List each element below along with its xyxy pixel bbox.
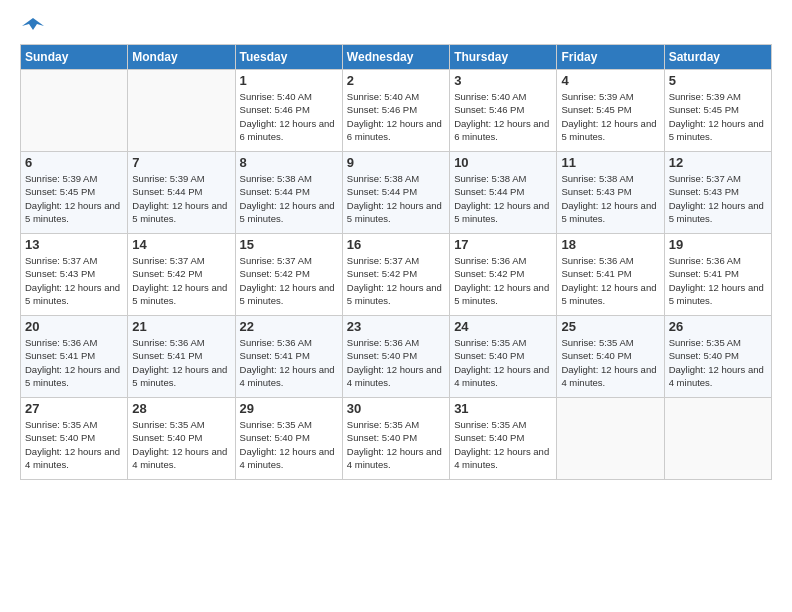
sunset-text: Sunset: 5:40 PM <box>454 432 524 443</box>
daylight-text: Daylight: 12 hours and 4 minutes. <box>347 364 442 388</box>
sunrise-text: Sunrise: 5:39 AM <box>25 173 97 184</box>
sunrise-text: Sunrise: 5:36 AM <box>561 255 633 266</box>
calendar-cell <box>557 398 664 480</box>
sunrise-text: Sunrise: 5:35 AM <box>132 419 204 430</box>
day-detail: Sunrise: 5:36 AM Sunset: 5:40 PM Dayligh… <box>347 336 445 389</box>
sunset-text: Sunset: 5:44 PM <box>347 186 417 197</box>
sunrise-text: Sunrise: 5:40 AM <box>454 91 526 102</box>
daylight-text: Daylight: 12 hours and 5 minutes. <box>347 282 442 306</box>
day-number: 3 <box>454 73 552 88</box>
day-number: 23 <box>347 319 445 334</box>
sunset-text: Sunset: 5:41 PM <box>25 350 95 361</box>
sunset-text: Sunset: 5:44 PM <box>132 186 202 197</box>
sunset-text: Sunset: 5:43 PM <box>561 186 631 197</box>
day-number: 27 <box>25 401 123 416</box>
sunrise-text: Sunrise: 5:35 AM <box>454 337 526 348</box>
calendar-cell: 21 Sunrise: 5:36 AM Sunset: 5:41 PM Dayl… <box>128 316 235 398</box>
sunrise-text: Sunrise: 5:37 AM <box>25 255 97 266</box>
daylight-text: Daylight: 12 hours and 5 minutes. <box>25 282 120 306</box>
sunset-text: Sunset: 5:41 PM <box>240 350 310 361</box>
daylight-text: Daylight: 12 hours and 4 minutes. <box>347 446 442 470</box>
sunset-text: Sunset: 5:43 PM <box>669 186 739 197</box>
sunrise-text: Sunrise: 5:35 AM <box>561 337 633 348</box>
day-number: 4 <box>561 73 659 88</box>
day-number: 24 <box>454 319 552 334</box>
day-detail: Sunrise: 5:36 AM Sunset: 5:41 PM Dayligh… <box>132 336 230 389</box>
day-number: 6 <box>25 155 123 170</box>
calendar-cell: 19 Sunrise: 5:36 AM Sunset: 5:41 PM Dayl… <box>664 234 771 316</box>
day-detail: Sunrise: 5:40 AM Sunset: 5:46 PM Dayligh… <box>454 90 552 143</box>
day-detail: Sunrise: 5:35 AM Sunset: 5:40 PM Dayligh… <box>132 418 230 471</box>
sunset-text: Sunset: 5:42 PM <box>347 268 417 279</box>
calendar-cell: 13 Sunrise: 5:37 AM Sunset: 5:43 PM Dayl… <box>21 234 128 316</box>
daylight-text: Daylight: 12 hours and 5 minutes. <box>454 282 549 306</box>
daylight-text: Daylight: 12 hours and 5 minutes. <box>561 282 656 306</box>
calendar-cell: 8 Sunrise: 5:38 AM Sunset: 5:44 PM Dayli… <box>235 152 342 234</box>
calendar-week-row: 6 Sunrise: 5:39 AM Sunset: 5:45 PM Dayli… <box>21 152 772 234</box>
daylight-text: Daylight: 12 hours and 6 minutes. <box>240 118 335 142</box>
col-wednesday: Wednesday <box>342 45 449 70</box>
calendar-cell <box>128 70 235 152</box>
day-number: 14 <box>132 237 230 252</box>
daylight-text: Daylight: 12 hours and 5 minutes. <box>347 200 442 224</box>
sunrise-text: Sunrise: 5:40 AM <box>240 91 312 102</box>
day-number: 9 <box>347 155 445 170</box>
day-detail: Sunrise: 5:37 AM Sunset: 5:42 PM Dayligh… <box>132 254 230 307</box>
col-tuesday: Tuesday <box>235 45 342 70</box>
calendar-cell: 15 Sunrise: 5:37 AM Sunset: 5:42 PM Dayl… <box>235 234 342 316</box>
day-detail: Sunrise: 5:35 AM Sunset: 5:40 PM Dayligh… <box>240 418 338 471</box>
day-detail: Sunrise: 5:36 AM Sunset: 5:41 PM Dayligh… <box>25 336 123 389</box>
day-number: 28 <box>132 401 230 416</box>
sunset-text: Sunset: 5:41 PM <box>669 268 739 279</box>
calendar-cell: 28 Sunrise: 5:35 AM Sunset: 5:40 PM Dayl… <box>128 398 235 480</box>
sunset-text: Sunset: 5:40 PM <box>669 350 739 361</box>
calendar-cell: 25 Sunrise: 5:35 AM Sunset: 5:40 PM Dayl… <box>557 316 664 398</box>
daylight-text: Daylight: 12 hours and 6 minutes. <box>347 118 442 142</box>
calendar-week-row: 13 Sunrise: 5:37 AM Sunset: 5:43 PM Dayl… <box>21 234 772 316</box>
daylight-text: Daylight: 12 hours and 5 minutes. <box>669 118 764 142</box>
sunset-text: Sunset: 5:40 PM <box>454 350 524 361</box>
day-detail: Sunrise: 5:38 AM Sunset: 5:44 PM Dayligh… <box>347 172 445 225</box>
day-number: 2 <box>347 73 445 88</box>
day-detail: Sunrise: 5:39 AM Sunset: 5:44 PM Dayligh… <box>132 172 230 225</box>
sunrise-text: Sunrise: 5:36 AM <box>132 337 204 348</box>
calendar-cell: 29 Sunrise: 5:35 AM Sunset: 5:40 PM Dayl… <box>235 398 342 480</box>
calendar-cell: 4 Sunrise: 5:39 AM Sunset: 5:45 PM Dayli… <box>557 70 664 152</box>
sunrise-text: Sunrise: 5:37 AM <box>347 255 419 266</box>
sunrise-text: Sunrise: 5:39 AM <box>669 91 741 102</box>
calendar-cell: 1 Sunrise: 5:40 AM Sunset: 5:46 PM Dayli… <box>235 70 342 152</box>
sunrise-text: Sunrise: 5:36 AM <box>669 255 741 266</box>
day-detail: Sunrise: 5:35 AM Sunset: 5:40 PM Dayligh… <box>25 418 123 471</box>
calendar-cell: 16 Sunrise: 5:37 AM Sunset: 5:42 PM Dayl… <box>342 234 449 316</box>
sunset-text: Sunset: 5:44 PM <box>240 186 310 197</box>
sunset-text: Sunset: 5:41 PM <box>132 350 202 361</box>
day-detail: Sunrise: 5:36 AM Sunset: 5:41 PM Dayligh… <box>561 254 659 307</box>
sunrise-text: Sunrise: 5:36 AM <box>240 337 312 348</box>
sunset-text: Sunset: 5:41 PM <box>561 268 631 279</box>
day-detail: Sunrise: 5:36 AM Sunset: 5:41 PM Dayligh… <box>669 254 767 307</box>
day-number: 21 <box>132 319 230 334</box>
day-detail: Sunrise: 5:39 AM Sunset: 5:45 PM Dayligh… <box>561 90 659 143</box>
logo <box>20 16 44 34</box>
calendar-cell: 11 Sunrise: 5:38 AM Sunset: 5:43 PM Dayl… <box>557 152 664 234</box>
day-number: 8 <box>240 155 338 170</box>
day-number: 13 <box>25 237 123 252</box>
sunrise-text: Sunrise: 5:37 AM <box>669 173 741 184</box>
day-number: 5 <box>669 73 767 88</box>
sunset-text: Sunset: 5:40 PM <box>347 350 417 361</box>
calendar-cell: 17 Sunrise: 5:36 AM Sunset: 5:42 PM Dayl… <box>450 234 557 316</box>
daylight-text: Daylight: 12 hours and 5 minutes. <box>132 364 227 388</box>
sunrise-text: Sunrise: 5:39 AM <box>561 91 633 102</box>
calendar-cell: 26 Sunrise: 5:35 AM Sunset: 5:40 PM Dayl… <box>664 316 771 398</box>
sunset-text: Sunset: 5:42 PM <box>132 268 202 279</box>
calendar-cell: 2 Sunrise: 5:40 AM Sunset: 5:46 PM Dayli… <box>342 70 449 152</box>
day-detail: Sunrise: 5:35 AM Sunset: 5:40 PM Dayligh… <box>669 336 767 389</box>
day-number: 25 <box>561 319 659 334</box>
calendar-cell: 30 Sunrise: 5:35 AM Sunset: 5:40 PM Dayl… <box>342 398 449 480</box>
calendar-cell: 3 Sunrise: 5:40 AM Sunset: 5:46 PM Dayli… <box>450 70 557 152</box>
sunrise-text: Sunrise: 5:36 AM <box>25 337 97 348</box>
sunset-text: Sunset: 5:40 PM <box>347 432 417 443</box>
day-detail: Sunrise: 5:36 AM Sunset: 5:41 PM Dayligh… <box>240 336 338 389</box>
day-number: 26 <box>669 319 767 334</box>
daylight-text: Daylight: 12 hours and 5 minutes. <box>25 364 120 388</box>
